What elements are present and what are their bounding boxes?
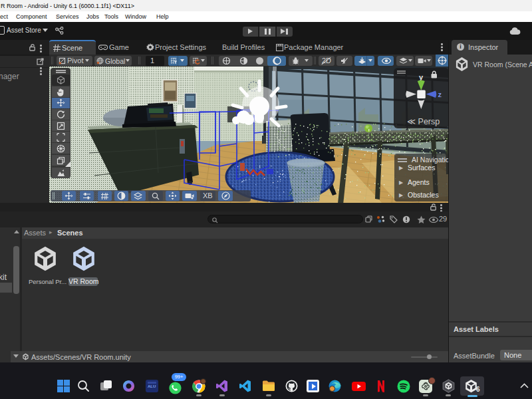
svg-text:y: y (419, 73, 424, 81)
svg-text:z: z (438, 90, 442, 98)
